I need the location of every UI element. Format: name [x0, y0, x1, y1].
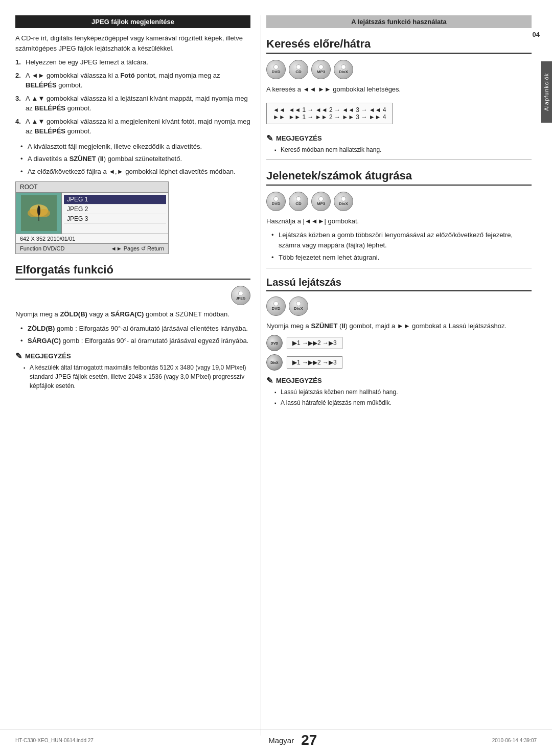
slow-step-divx-disc: DivX — [266, 354, 283, 371]
step-2: 2. A ◄► gombokkal válassza ki a Fotó pon… — [15, 71, 250, 90]
page-footer: HT-C330-XEO_HUN-0614.indd 27 Magyar 27 2… — [0, 729, 552, 751]
slow-step-divx-steps: ▶1 →▶▶2 →▶3 — [287, 356, 342, 369]
slow-steps: DVD ▶1 →▶▶2 →▶3 DivX ▶1 →▶▶2 →▶3 — [266, 335, 532, 371]
fb-footer: Function DVD/CD ◄► Pages ↺ Return — [16, 243, 168, 254]
scenes-disc-divx: DivX — [334, 192, 353, 211]
step-1: 1. Helyezzen be egy JPEG lemezt a tálcár… — [15, 57, 250, 67]
scenes-disc-dvd: DVD — [266, 192, 286, 211]
search-title: Keresés előre/hátra — [266, 37, 532, 54]
bullet-2: A diavetítés a SZÜNET (II) gombbal szüne… — [20, 154, 250, 164]
steps-list: 1. Helyezzen be egy JPEG lemezt a tálcár… — [15, 57, 250, 136]
disc-cd: CD — [289, 60, 308, 79]
slow-note-item-1: Lassú lejátszás közben nem hallható hang… — [274, 387, 532, 397]
rotation-note-item-1: A készülék által támogatott maximális fe… — [24, 363, 250, 391]
rotation-bullet-2: SÁRGA(C) gomb : Elforgatás 90°- al óramu… — [20, 336, 250, 346]
fb-file-2: JPEG 2 — [64, 204, 166, 214]
jpeg-disc-icon: JPEG — [231, 286, 250, 305]
file-browser: ROOT JPEG 1 JPEG 2 JPEG 3 — [15, 181, 169, 254]
slow-step-divx: DivX ▶1 →▶▶2 →▶3 — [266, 354, 532, 371]
rotation-intro: Nyomja meg a ZÖLD(B) vagy a SÁRGA(C) gom… — [15, 309, 250, 319]
slow-title: Lassú lejátszás — [266, 277, 532, 291]
search-note-icon: ✎ — [266, 133, 273, 143]
search-intro: A keresés a ◄◄ ►► gombokkal lehetséges. — [266, 84, 532, 95]
rotation-bullets: ZÖLD(B) gomb : Elforgatás 90°-al óramuta… — [15, 324, 250, 346]
footer-page: 27 — [301, 732, 317, 748]
slow-disc-icons: DVD DivX — [266, 296, 532, 316]
disc-mp3: MP3 — [311, 60, 331, 79]
fb-file-3: JPEG 3 — [64, 214, 166, 224]
search-steps-box: ◄◄ ◄◄ 1 → ◄◄ 2 → ◄◄ 3 → ◄◄ 4 ►► ►► 1 → ►… — [266, 103, 393, 124]
right-section-header: A lejátszás funkció használata — [266, 15, 532, 28]
fb-info: 642 X 352 2010/01/01 — [16, 234, 168, 243]
scenes-title: Jelenetek/számok átugrása — [266, 169, 532, 186]
search-disc-icons: DVD CD MP3 DivX — [266, 60, 532, 79]
fb-files-list: JPEG 1 JPEG 2 JPEG 3 — [62, 193, 168, 234]
footer-file: HT-C330-XEO_HUN-0614.indd 27 — [15, 738, 94, 743]
jpeg-intro: A CD-re írt, digitális fényképezőgéppel … — [15, 33, 250, 53]
slow-step-dvd-disc: DVD — [266, 335, 283, 351]
step-3: 3. A ▲▼ gombokkal válassza ki a lejátsza… — [15, 94, 250, 113]
left-section-header: JPEG fájlok megjelenítése — [15, 15, 250, 28]
bullet-3: Az előző/következő fájlra a ◄,► gombokka… — [20, 167, 250, 177]
right-column: A lejátszás funkció használata Keresés e… — [261, 15, 532, 736]
scenes-disc-cd: CD — [289, 192, 308, 211]
scenes-disc-mp3: MP3 — [311, 192, 331, 211]
slow-intro: Nyomja meg a SZÜNET (II) gombot, majd a … — [266, 321, 532, 331]
bullets-list: A kiválasztott fájl megjelenik, illetve … — [15, 142, 250, 177]
fb-thumbnail — [16, 193, 62, 234]
scenes-disc-icons: DVD CD MP3 DivX — [266, 192, 532, 211]
fb-footer-right: ◄► Pages ↺ Return — [111, 245, 164, 252]
disc-dvd: DVD — [266, 60, 286, 79]
rotation-note: ✎ MEGJEGYZÉS A készülék által támogatott… — [15, 351, 250, 391]
slow-step-dvd: DVD ▶1 →▶▶2 →▶3 — [266, 335, 532, 351]
chapter-number: 04 — [533, 31, 540, 38]
step-4: 4. A ▲▼ gombokkal válassza ki a megjelen… — [15, 117, 250, 136]
search-step-2: ►► ►► 1 → ►► 2 → ►► 3 → ►► 4 — [273, 113, 386, 121]
scenes-intro: Használja a |◄◄►| gombokat. — [266, 216, 532, 226]
rotation-note-title: MEGJEGYZÉS — [25, 352, 71, 360]
scenes-bullets: Lejátszás közben a gomb többszöri lenyom… — [266, 230, 532, 263]
note-icon: ✎ — [15, 351, 22, 361]
jpeg-disc-row: JPEG — [15, 286, 250, 305]
slow-disc-divx: DivX — [289, 296, 308, 316]
search-note: ✎ MEGJEGYZÉS Kereső módban nem hallatszi… — [266, 133, 532, 154]
slow-disc-dvd: DVD — [266, 296, 286, 316]
rotation-title: Elforgatás funkció — [15, 263, 250, 280]
fb-root-label: ROOT — [16, 182, 168, 193]
scenes-bullet-1: Lejátszás közben a gomb többszöri lenyom… — [271, 230, 532, 250]
scenes-bullet-2: Több fejezetet nem lehet átugrani. — [271, 253, 532, 263]
fb-footer-left: Function DVD/CD — [20, 245, 64, 252]
search-step-1: ◄◄ ◄◄ 1 → ◄◄ 2 → ◄◄ 3 → ◄◄ 4 — [273, 106, 386, 113]
slow-note-item-2: A lassú hátrafelé lejátszás nem működik. — [274, 398, 532, 407]
fb-file-1: JPEG 1 — [64, 195, 166, 204]
disc-divx: DivX — [334, 60, 353, 79]
search-note-title: MEGJEGYZÉS — [276, 134, 322, 142]
bullet-1: A kiválasztott fájl megjelenik, illetve … — [20, 142, 250, 152]
rotation-bullet-1: ZÖLD(B) gomb : Elforgatás 90°-al óramuta… — [20, 324, 250, 334]
left-column: JPEG fájlok megjelenítése A CD-re írt, d… — [15, 15, 261, 736]
slow-note: ✎ MEGJEGYZÉS Lassú lejátszás közben nem … — [266, 376, 532, 407]
footer-lang: Magyar — [268, 736, 294, 745]
footer-date: 2010-06-14 4:39:07 — [492, 738, 537, 743]
slow-step-dvd-steps: ▶1 →▶▶2 →▶3 — [287, 337, 342, 349]
svg-point-5 — [37, 205, 40, 216]
search-note-item-1: Kereső módban nem hallatszik hang. — [274, 145, 532, 154]
slow-note-icon: ✎ — [266, 376, 273, 385]
side-tab: Alapfunkciók — [541, 61, 552, 123]
slow-note-title: MEGJEGYZÉS — [276, 377, 322, 384]
